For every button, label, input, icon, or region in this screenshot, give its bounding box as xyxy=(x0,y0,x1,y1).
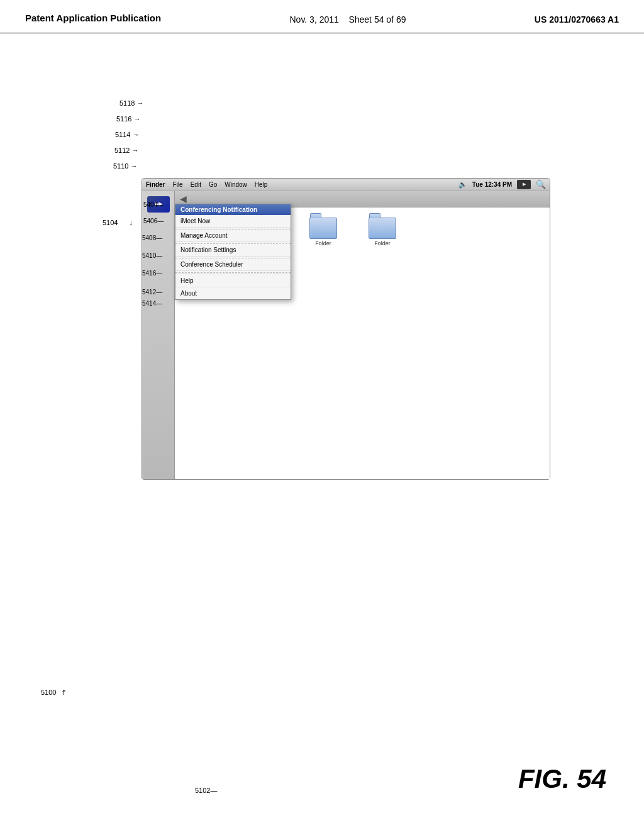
publication-date: Nov. 3, 2011 Sheet 54 of 69 xyxy=(289,11,406,26)
menu-window[interactable]: Window xyxy=(225,181,247,188)
ref-5114: 5114 → xyxy=(115,131,140,138)
folder-label-3: Folder xyxy=(374,240,391,246)
dropdown-item-about[interactable]: About xyxy=(175,287,291,299)
dropdown-item-manage-account[interactable]: Manage Account xyxy=(175,230,291,242)
patent-number: US 2011/0270663 A1 xyxy=(535,11,619,26)
dropdown-group-2: Manage Account xyxy=(175,230,291,244)
sound-icon: 🔈 xyxy=(458,180,467,189)
ref-5416: 5416— xyxy=(142,270,162,277)
page-header: Patent Application Publication Nov. 3, 2… xyxy=(0,0,644,33)
publication-title: Patent Application Publication xyxy=(25,11,161,25)
window-body: ▶▶ ◀ ▶▶ xyxy=(142,191,550,479)
menu-file[interactable]: File xyxy=(173,181,183,188)
menu-bar: Finder File Edit Go Window Help 🔈 Tue 12… xyxy=(142,179,550,191)
ref-5404: 5404— xyxy=(143,201,164,208)
dropdown-item-notification-settings[interactable]: Notification Settings xyxy=(175,244,291,257)
dropdown-header: Conferencing Notification xyxy=(175,204,291,215)
menu-finder[interactable]: Finder xyxy=(146,181,165,188)
figure-label: FIG. 54 xyxy=(518,764,606,794)
ref-5110: 5110 → xyxy=(113,162,138,170)
main-content: FIG. 54 5100 ↗ 5102— ↙ 5402 5118 → 5116 … xyxy=(0,33,644,813)
ref-5408: 5408— xyxy=(142,235,162,241)
spotlight-search-icon[interactable]: 🔍 xyxy=(536,180,546,189)
ref-5414: 5414— xyxy=(142,300,162,307)
ref-5406: 5406— xyxy=(143,218,164,224)
status-time: Tue 12:34 PM xyxy=(472,181,512,188)
dropdown-group-3: Notification Settings xyxy=(175,244,291,258)
menu-go[interactable]: Go xyxy=(209,181,217,188)
dropdown-group-4: Conference Scheduler xyxy=(175,258,291,273)
dropdown-item-conference-scheduler[interactable]: Conference Scheduler xyxy=(175,258,291,271)
imeet-menubar-icon[interactable]: ▶ xyxy=(517,180,531,189)
dropdown-menu: Conferencing Notification iMeet Now Mana… xyxy=(175,204,291,300)
ref-5102: 5102— xyxy=(195,787,217,794)
ref-5104: 5104↓ xyxy=(103,219,133,226)
ref-5116: 5116 → xyxy=(116,115,141,123)
dropdown-group-1: iMeet Now xyxy=(175,215,291,230)
menu-edit[interactable]: Edit xyxy=(191,181,201,188)
back-arrow-icon[interactable]: ◀ xyxy=(180,194,187,204)
ref-5112: 5112 → xyxy=(114,147,139,154)
ref-5412: 5412— xyxy=(142,289,162,296)
ref-5100: 5100 ↗ xyxy=(41,689,67,697)
ref-5118: 5118 → xyxy=(119,99,144,107)
folder-label-2: Folder xyxy=(315,240,331,246)
dropdown-item-help[interactable]: Help xyxy=(175,275,291,287)
menu-help[interactable]: Help xyxy=(255,181,268,188)
folder-icon-3[interactable]: Folder xyxy=(369,218,396,246)
dropdown-group-5: Help About xyxy=(175,273,291,299)
folder-icon-2[interactable]: Folder xyxy=(309,218,337,246)
ref-5410: 5410— xyxy=(142,252,162,259)
mac-window: Finder File Edit Go Window Help 🔈 Tue 12… xyxy=(142,178,550,480)
dropdown-item-meet-now[interactable]: iMeet Now xyxy=(175,215,291,228)
